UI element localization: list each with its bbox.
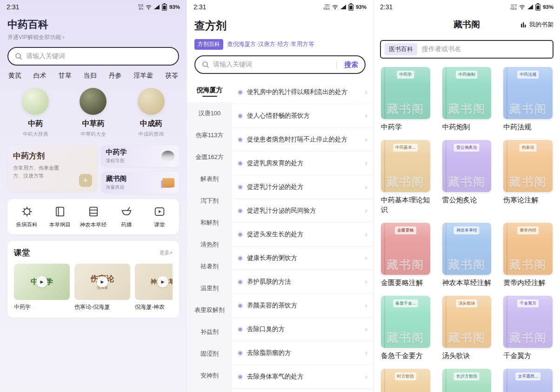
book-item[interactable]: 神农本草经 藏书阁 神农本草经注解 <box>442 223 492 287</box>
library-stamp: 藏书阁 <box>503 101 553 117</box>
book-cover: 汤头歌诀 藏书阁 <box>442 296 492 348</box>
battery-icon <box>535 3 540 11</box>
search-button[interactable]: 搜索 <box>340 60 358 69</box>
book-cover-chip: 中药基本... <box>393 144 418 152</box>
formula-encyclopedia-badge[interactable]: 方剂百科 <box>194 39 223 50</box>
sidebar-item[interactable]: 伤寒113方 <box>187 124 232 146</box>
book-title: 黄帝内经注解 <box>503 278 553 287</box>
search-bar[interactable]: 请输入关键词 搜索 <box>194 55 366 74</box>
formula-item[interactable]: 去除身体寒气的处方 › <box>232 365 373 389</box>
formula-item[interactable]: 促进头发生长的处方 › <box>232 223 373 246</box>
my-shelf-button[interactable]: 我的书架 <box>520 20 553 29</box>
hot-tag[interactable]: 茯苓 <box>165 72 178 80</box>
play-icon[interactable]: ▶ <box>157 276 168 287</box>
quick-links: 疾病百科 本草纲目 神农本草经 药膳 课堂 <box>7 199 179 234</box>
book-item[interactable]: 中药学 藏书阁 中药学 <box>381 67 430 132</box>
book-title: 神农本草经注解 <box>442 278 492 287</box>
formula-item-label: 使乳房中的乳汁得以顺利流出的处方 <box>247 88 362 96</box>
course-thumbnail: 伤寒论 倪海厦 ▶ <box>74 264 130 300</box>
sidebar-item[interactable]: 补益剂 <box>187 321 232 343</box>
book-item[interactable]: 千金翼方 藏书阁 千金翼方 <box>503 296 553 360</box>
category-card[interactable]: 中草药 中草药大全 <box>64 88 122 138</box>
category-card[interactable]: 中药 中药大辞典 <box>7 88 64 138</box>
book-cover-chip: 伤寒论 <box>520 144 537 152</box>
sidebar-item[interactable]: 固涩剂 <box>187 343 232 365</box>
formula-item[interactable]: 促进乳房发育的处方 › <box>232 152 373 175</box>
course-map-card[interactable]: 中药学 课程导图 <box>101 145 180 167</box>
formula-item[interactable]: 促进乳汁分泌的民间验方 › <box>232 199 373 223</box>
book-item[interactable]: 伤寒论 藏书阁 伤寒论注解 <box>503 140 553 214</box>
sidebar-item[interactable]: 表里双解剂 <box>187 299 232 321</box>
more-link[interactable]: 更多> <box>160 249 173 256</box>
book-item[interactable]: 太平惠民... 藏书阁 <box>503 369 553 392</box>
hot-tag[interactable]: 淫羊藿 <box>133 72 153 80</box>
quick-link-bencao[interactable]: 本草纲目 <box>43 205 76 228</box>
sidebar-item[interactable]: 和解剂 <box>187 212 232 233</box>
search-bar[interactable]: 医书百科 搜作者或书名 <box>380 40 553 59</box>
book-cover: 神农本草经 藏书阁 <box>442 223 492 275</box>
classic-book-icon <box>87 205 100 218</box>
book-cover: 金匮要略 藏书阁 <box>381 223 430 275</box>
clock: 2:31 <box>380 3 393 11</box>
formula-item-label: 使人心情舒畅的茶饮方 <box>247 112 362 120</box>
sidebar-item[interactable]: 汉唐100 <box>187 102 232 124</box>
course-card[interactable]: 神农本草 ▶ 倪海厦-神农 <box>135 264 173 311</box>
battery-icon <box>162 3 167 11</box>
play-icon[interactable]: ▶ <box>36 276 47 287</box>
formula-item-label: 养颜美容的茶饮方 <box>247 301 362 310</box>
hot-tag[interactable]: 黄芪 <box>8 72 21 80</box>
formula-item[interactable]: 养颜美容的茶饮方 › <box>232 294 373 318</box>
search-category-pill[interactable]: 医书百科 <box>385 43 417 55</box>
formula-feature-card[interactable]: 中药方剂 含常用方、伤寒金匮方、汉唐方等 + <box>7 145 97 192</box>
course-card[interactable]: 中药学 ▶ 中药学 <box>14 264 70 311</box>
sidebar-item[interactable]: 安神剂 <box>187 365 232 386</box>
quick-link-disease[interactable]: 疾病百科 <box>10 205 43 228</box>
category-card[interactable]: 中成药 中成药查询 <box>122 88 180 138</box>
book-item[interactable]: 黄帝内经 藏书阁 黄帝内经注解 <box>503 223 553 287</box>
quick-link-shennong[interactable]: 神农本草经 <box>77 205 110 228</box>
play-icon[interactable]: ▶ <box>97 276 108 287</box>
formula-item[interactable]: 健康长寿的粥饮方 › <box>232 246 373 270</box>
vip-banner[interactable]: 开通VIP解锁全部功能 › <box>7 33 179 41</box>
book-item[interactable]: 长沙方歌括 藏书阁 <box>442 369 492 392</box>
formula-item[interactable]: 去除口臭的方 › <box>232 318 373 341</box>
library-card[interactable]: 藏书阁 海量典籍 <box>101 172 180 193</box>
formula-item[interactable]: 去除脂肪瘤的方 › <box>232 341 373 365</box>
formula-item[interactable]: 养护肌肤的方法 › <box>232 270 373 294</box>
sidebar-item[interactable]: 温里剂 <box>187 277 232 299</box>
hot-tag[interactable]: 甘草 <box>59 72 72 80</box>
book-item[interactable]: 中药炮制 藏书阁 中药炮制 <box>442 67 492 132</box>
formula-item[interactable]: 使乳房中的乳汁得以顺利流出的处方 › <box>232 80 373 104</box>
book-item[interactable]: 雷公炮炙论 藏书阁 雷公炮炙论 <box>442 140 492 214</box>
formula-item[interactable]: 使人心情舒畅的茶饮方 › <box>232 104 373 128</box>
sidebar-item[interactable]: 解表剂 <box>187 168 232 190</box>
book-item[interactable]: 中药基本... 藏书阁 中药基本理论知识 <box>381 140 430 214</box>
book-item[interactable]: 备急千金... 藏书阁 备急千金要方 <box>381 296 430 360</box>
book-item[interactable]: 金匮要略 藏书阁 金匮要略注解 <box>381 223 430 287</box>
plus-button[interactable]: + <box>79 174 92 187</box>
hot-tag[interactable]: 白术 <box>33 72 47 80</box>
mortar-image <box>161 151 174 162</box>
course-card[interactable]: 伤寒论 倪海厦 ▶ 伤寒论-倪海厦 <box>74 264 130 311</box>
book-item[interactable]: 中药法规 藏书阁 中药法规 <box>503 67 553 132</box>
sidebar-item[interactable]: 金匮162方 <box>187 146 232 168</box>
sidebar-item[interactable]: 祛暑剂 <box>187 255 232 277</box>
library-stamp: 藏书阁 <box>442 257 492 272</box>
quick-link-classroom[interactable]: 课堂 <box>143 205 176 228</box>
sidebar-item[interactable]: 泻下剂 <box>187 190 232 212</box>
chevron-right-icon: › <box>365 325 367 334</box>
hot-tag[interactable]: 丹参 <box>108 72 121 80</box>
sidebar-item[interactable]: 倪海厦方 <box>187 80 232 102</box>
book-cover: 备急千金... 藏书阁 <box>381 296 430 348</box>
book-item[interactable]: 汤头歌诀 藏书阁 汤头歌诀 <box>442 296 492 360</box>
search-bar[interactable]: 请输入关键词 <box>7 47 179 66</box>
formula-item[interactable]: 促进乳汁分泌的处方 › <box>232 175 373 199</box>
formula-item[interactable]: 促使患者病危时打嗝不止停止的处方 › <box>232 128 373 152</box>
formula-item-label: 促进乳汁分泌的处方 <box>247 183 362 191</box>
book-item[interactable]: 时方歌括 藏书阁 <box>381 369 430 392</box>
quick-link-yaoshan[interactable]: 药膳 <box>110 205 143 228</box>
sidebar-item[interactable]: 清热剂 <box>187 233 232 255</box>
play-video-icon <box>153 205 166 218</box>
battery-percent: 93% <box>169 4 180 10</box>
hot-tag[interactable]: 当归 <box>83 72 96 80</box>
